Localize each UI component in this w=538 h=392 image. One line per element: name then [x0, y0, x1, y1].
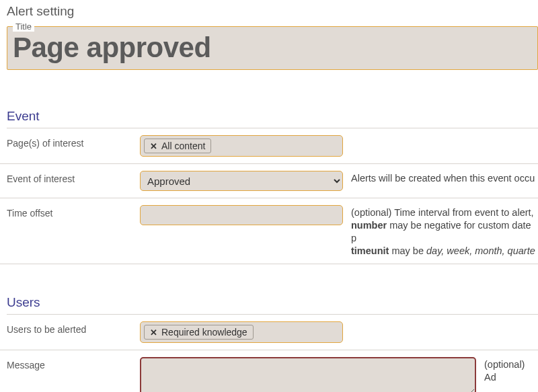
label-event: Event of interest	[7, 171, 140, 184]
remove-icon[interactable]: ✕	[150, 141, 157, 151]
label-pages: Page(s) of interest	[7, 135, 140, 149]
label-offset: Time offset	[7, 205, 140, 219]
row-message: Message (optional) Ad	[0, 350, 538, 392]
select-event[interactable]: Approved	[140, 171, 343, 191]
label-message: Message	[7, 357, 140, 370]
chipbox-pages[interactable]: ✕ All content	[140, 135, 343, 157]
chip-label: All content	[161, 141, 205, 151]
label-users: Users to be alerted	[7, 321, 140, 335]
title-fieldset: Title	[7, 22, 538, 70]
chipbox-users[interactable]: ✕ Required knowledge	[140, 321, 343, 343]
title-input[interactable]	[13, 32, 532, 64]
remove-icon[interactable]: ✕	[150, 327, 157, 338]
title-legend: Title	[13, 22, 34, 32]
help-message: (optional) Ad	[476, 357, 538, 384]
chip-required-knowledge[interactable]: ✕ Required knowledge	[144, 325, 254, 340]
page-heading: Alert setting	[0, 0, 538, 22]
chip-all-content[interactable]: ✕ All content	[144, 139, 211, 153]
row-offset: Time offset (optional) Time interval fro…	[0, 198, 538, 264]
row-pages: Page(s) of interest ✕ All content	[0, 128, 538, 164]
help-offset: (optional) Time interval from event to a…	[343, 205, 538, 257]
row-users: Users to be alerted ✕ Required knowledge	[0, 315, 538, 350]
input-offset[interactable]	[140, 205, 343, 225]
section-users-header: Users	[7, 295, 538, 310]
section-event-header: Event	[7, 109, 538, 124]
row-event: Event of interest Approved Alerts will b…	[0, 164, 538, 198]
chip-label: Required knowledge	[161, 327, 247, 338]
textarea-message[interactable]	[140, 357, 476, 392]
help-event: Alerts will be created when this event o…	[343, 171, 538, 185]
